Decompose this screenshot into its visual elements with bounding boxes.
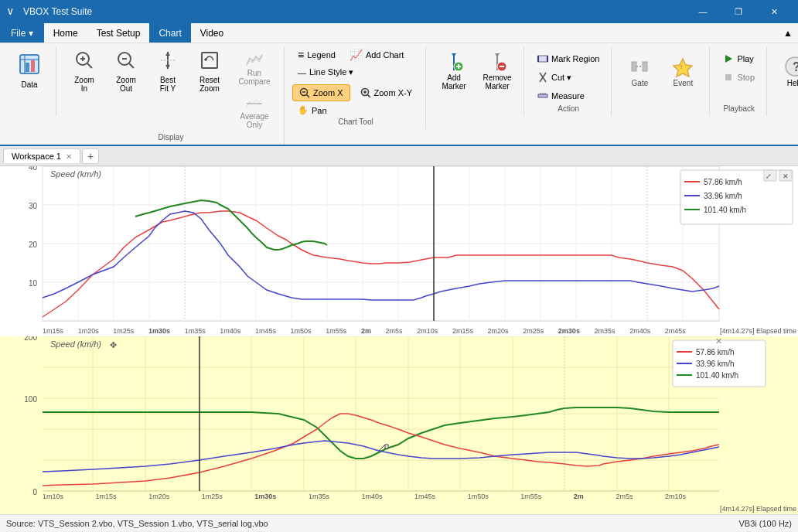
svg-text:33.96 km/h: 33.96 km/h	[696, 360, 734, 368]
chart2-x-label: 1m30s	[254, 493, 276, 500]
chart1-x-label: 2m40s	[629, 327, 650, 335]
stop-button[interactable]: Stop	[718, 70, 760, 85]
svg-rect-5	[26, 63, 29, 72]
zoom-out-button[interactable]: ZoomOut	[106, 46, 146, 97]
help-icon: ?	[784, 56, 798, 79]
line-style-label: Line Style ▾	[309, 67, 353, 77]
chart1-x-label: 1m25s	[113, 327, 134, 335]
workspace-add-tab-button[interactable]: +	[82, 148, 99, 164]
menu-chart[interactable]: Chart	[149, 23, 190, 43]
measure-button[interactable]: Measure	[532, 88, 590, 104]
chart2-x-label: 2m	[574, 493, 584, 500]
chart1-x-label: 1m15s	[43, 327, 63, 335]
add-marker-icon	[444, 52, 464, 73]
zoom-in-button[interactable]: ZoomIn	[64, 46, 104, 97]
svg-text:33.96 km/h: 33.96 km/h	[704, 192, 742, 200]
svg-text:✕: ✕	[783, 172, 789, 180]
svg-rect-43	[538, 94, 547, 97]
minimize-button[interactable]: —	[685, 0, 721, 23]
play-icon	[723, 53, 734, 64]
help-label: Help	[787, 79, 798, 87]
reset-zoom-label: ResetZoom	[200, 76, 220, 93]
svg-text:Speed (km/h): Speed (km/h)	[50, 339, 101, 349]
run-compare-icon	[246, 53, 263, 69]
chart1-x-label: 2m	[361, 327, 371, 335]
remove-marker-icon	[487, 52, 507, 73]
data-button[interactable]: Data	[9, 46, 49, 96]
remove-marker-label: RemoveMarker	[483, 73, 511, 90]
best-fit-y-button[interactable]: BestFit Y	[148, 46, 188, 97]
zoom-xy-label: Zoom X-Y	[374, 88, 413, 97]
pan-button[interactable]: ✋ Pan	[292, 103, 332, 118]
average-only-button[interactable]: AverageOnly	[231, 93, 278, 133]
chart1-x-label: 1m45s	[255, 327, 276, 335]
play-label: Play	[737, 54, 753, 63]
help-button[interactable]: ? Help	[775, 46, 798, 96]
remove-marker-button[interactable]: RemoveMarker	[477, 46, 517, 96]
event-button[interactable]: ! Event	[663, 46, 703, 96]
svg-text:57.86 km/h: 57.86 km/h	[704, 178, 742, 186]
svg-line-23	[307, 95, 310, 98]
chart1-x-label: 2m30s	[558, 327, 580, 335]
workspace-tab-1-label: Workspace 1	[12, 152, 61, 161]
action-group-label: Action	[558, 104, 579, 114]
chart1-elapsed: [4m14.27s] Elapsed time	[720, 327, 796, 335]
chart1-x-label: 1m55s	[326, 327, 346, 335]
svg-text:100: 100	[24, 395, 37, 404]
zoom-x-button[interactable]: Zoom X	[292, 84, 350, 101]
chart2-x-label: 1m10s	[43, 493, 63, 500]
run-compare-button[interactable]: RunCompare	[231, 49, 278, 90]
svg-text:101.40 km/h: 101.40 km/h	[696, 371, 738, 380]
chart2-elapsed: [4m14.27s] Elapsed time	[720, 505, 796, 513]
chart2-x-label: 1m45s	[414, 493, 435, 500]
workspace-tab-1-close[interactable]: ✕	[66, 152, 72, 161]
svg-line-12	[129, 63, 134, 68]
workspace-tab-1[interactable]: Workspace 1 ✕	[3, 148, 80, 163]
menu-video[interactable]: Video	[191, 23, 233, 43]
ribbon-collapse-button[interactable]: ▲	[778, 23, 798, 43]
ribbon-group-data: Data	[3, 46, 56, 116]
zoom-in-label: ZoomIn	[74, 76, 94, 93]
cut-button[interactable]: Cut ▾	[532, 70, 577, 85]
reset-zoom-icon	[200, 50, 220, 73]
play-button[interactable]: Play	[718, 51, 759, 66]
svg-text:✥: ✥	[110, 340, 117, 350]
maximize-button[interactable]: ❐	[721, 0, 756, 23]
svg-text:!: !	[680, 63, 683, 70]
legend-label: Legend	[307, 50, 336, 60]
zoom-out-label: ZoomOut	[116, 76, 136, 93]
gate-icon	[629, 56, 650, 79]
data-label: Data	[21, 80, 37, 89]
legend-button[interactable]: ≡ Legend	[292, 46, 341, 63]
mark-region-icon	[537, 53, 548, 64]
zoom-xy-button[interactable]: Zoom X-Y	[353, 84, 420, 101]
file-menu[interactable]: File ▾	[0, 23, 44, 43]
line-style-icon: —	[298, 68, 306, 77]
ribbon-group-gate-event: Gate ! Event	[613, 46, 710, 116]
measure-icon	[537, 90, 548, 101]
chart2-x-label: 2m10s	[665, 493, 686, 500]
chart2-x-label: 1m40s	[361, 493, 382, 500]
display-group-label: Display	[159, 133, 184, 143]
svg-rect-47	[632, 62, 636, 71]
chart1-x-label: 1m40s	[220, 327, 240, 335]
menu-test-setup[interactable]: Test Setup	[87, 23, 150, 43]
line-style-button[interactable]: — Line Style ▾	[292, 65, 359, 80]
svg-marker-50	[674, 59, 692, 77]
add-chart-button[interactable]: 📈 Add Chart	[344, 46, 410, 63]
mark-region-button[interactable]: Mark Region	[532, 51, 605, 66]
chart2-x-label: 1m20s	[148, 493, 169, 500]
svg-text:20: 20	[29, 240, 38, 249]
add-marker-button[interactable]: AddMarker	[434, 46, 474, 96]
chart1-container: 40 30 20 10 Speed (km/h) 57.86 km/h 33.9…	[0, 166, 798, 336]
svg-marker-30	[452, 53, 456, 57]
menu-home[interactable]: Home	[44, 23, 87, 43]
chart1-x-label: 2m10s	[417, 327, 438, 335]
average-only-label: AverageOnly	[240, 112, 268, 129]
file-label: File ▾	[11, 28, 33, 39]
reset-zoom-button[interactable]: ResetZoom	[189, 46, 230, 97]
gate-button[interactable]: Gate	[619, 46, 660, 96]
close-button[interactable]: ✕	[756, 0, 792, 23]
data-icon	[19, 53, 40, 78]
charts-wrapper: 40 30 20 10 Speed (km/h) 57.86 km/h 33.9…	[0, 166, 798, 514]
